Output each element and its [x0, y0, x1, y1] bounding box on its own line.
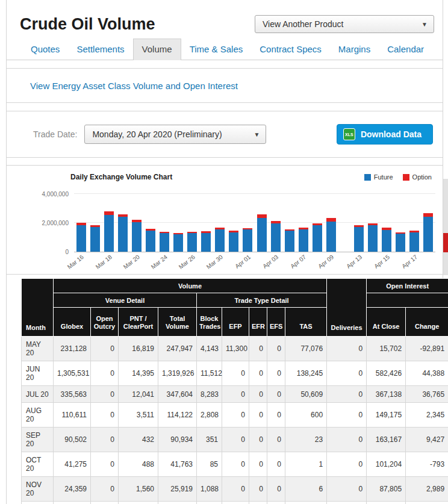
- volume-bar[interactable]: [215, 228, 225, 252]
- future-segment: [146, 231, 155, 252]
- legend-item-future: Future: [364, 173, 393, 181]
- trade-date-select[interactable]: Monday, 20 Apr 2020 (Preliminary) ▼: [84, 125, 266, 144]
- scrollbar-track[interactable]: [443, 179, 448, 275]
- table-row: JUL 20335,563012,041347,6048,28300050,60…: [22, 386, 448, 403]
- volume-bar[interactable]: [368, 223, 378, 252]
- value-cell: 0: [222, 452, 249, 477]
- future-segment: [160, 233, 169, 252]
- volume-bar[interactable]: [326, 218, 336, 252]
- value-cell: 23: [285, 428, 327, 452]
- chart-bar-slot: [310, 190, 324, 252]
- future-segment: [243, 229, 252, 252]
- page-header: Crude Oil Volume View Another Product ▼: [7, 0, 443, 37]
- block-trades-column-header: Block Trades: [197, 308, 222, 337]
- volume-bar[interactable]: [76, 223, 86, 252]
- volume-bar[interactable]: [104, 211, 114, 252]
- volume-bar[interactable]: [313, 223, 322, 252]
- value-cell: 0: [91, 403, 119, 428]
- value-cell: 14,395: [119, 361, 158, 386]
- value-cell: 8,283: [197, 386, 222, 403]
- value-cell: 1,305,531: [54, 361, 91, 386]
- value-cell: 2,345: [406, 403, 448, 428]
- tab-volume[interactable]: Volume: [133, 39, 181, 60]
- volume-bar[interactable]: [423, 213, 433, 252]
- chart-bar-slot: Apr 15: [380, 190, 394, 252]
- tab-settlements[interactable]: Settlements: [68, 39, 132, 60]
- volume-bar[interactable]: [90, 225, 100, 252]
- value-cell: 0: [327, 361, 367, 386]
- volume-chart-plot: 4,000,000 2,000,000 0 Mar 16Mar 18Mar 20…: [74, 190, 435, 252]
- product-select[interactable]: View Another Product ▼: [255, 15, 434, 33]
- y-axis-label: 2,000,000: [42, 220, 75, 226]
- trade-type-detail-group-header: Trade Type Detail: [197, 293, 327, 308]
- tab-margins[interactable]: Margins: [330, 39, 379, 60]
- volume-bar[interactable]: [271, 221, 281, 252]
- volume-group-header: Volume: [54, 279, 327, 293]
- volume-bar[interactable]: [354, 225, 364, 252]
- asset-class-panel: View Energy Asset Class Volume and Open …: [7, 68, 443, 103]
- volume-bar[interactable]: [229, 231, 238, 252]
- volume-bar[interactable]: [243, 228, 252, 252]
- future-segment: [215, 229, 225, 252]
- deliveries-column-header: Deliveries: [327, 279, 367, 337]
- option-segment: [423, 213, 433, 217]
- value-cell: 87,805: [367, 477, 406, 502]
- volume-bar[interactable]: [396, 232, 405, 252]
- value-cell: 0: [267, 361, 285, 386]
- asset-class-link[interactable]: View Energy Asset Class Volume and Open …: [30, 81, 238, 91]
- chart-gap: [338, 190, 352, 252]
- chart-legend: Future Option: [364, 173, 432, 181]
- page-container: Crude Oil Volume View Another Product ▼ …: [6, 0, 443, 504]
- value-cell: 2,351: [406, 502, 448, 504]
- xls-icon: XLS: [343, 128, 355, 140]
- x-tick-label: Mar 24: [149, 254, 168, 270]
- volume-bar[interactable]: [285, 229, 294, 252]
- volume-bar[interactable]: [132, 220, 142, 252]
- volume-bar[interactable]: [257, 214, 267, 252]
- table-row: MAY 20231,128016,819247,9474,14311,30000…: [22, 337, 448, 361]
- value-cell: 101,204: [367, 452, 406, 477]
- volume-bar[interactable]: [299, 228, 308, 252]
- legend-swatch: [364, 174, 371, 181]
- value-cell: 0: [91, 502, 119, 504]
- value-cell: 12,041: [119, 386, 158, 403]
- value-cell: 11,300: [222, 337, 249, 361]
- download-data-button[interactable]: XLS Download Data: [337, 124, 433, 145]
- value-cell: 110,611: [54, 403, 91, 428]
- chart-header: Daily Exchange Volume Chart Future Optio…: [7, 173, 443, 181]
- scrollbar-thumb[interactable]: [443, 233, 448, 252]
- value-cell: 0: [267, 452, 285, 477]
- x-tick-label: Mar 30: [205, 254, 224, 270]
- value-cell: 432: [119, 428, 158, 452]
- chart-bar-slot: [422, 190, 435, 252]
- value-cell: 0: [91, 361, 119, 386]
- future-segment: [132, 222, 142, 252]
- venue-detail-group-header: Venue Detail: [54, 293, 197, 308]
- x-tick-label: Mar 26: [178, 254, 196, 270]
- value-cell: 582,426: [367, 361, 406, 386]
- volume-bar[interactable]: [146, 229, 155, 252]
- value-cell: 15,702: [367, 337, 406, 361]
- open-outcry-column-header: Open Outcry: [91, 308, 119, 337]
- future-segment: [118, 217, 128, 252]
- volume-bar[interactable]: [382, 228, 391, 252]
- volume-bar[interactable]: [201, 231, 211, 252]
- tab-calendar[interactable]: Calendar: [379, 39, 432, 60]
- value-cell: 11,512: [197, 361, 222, 386]
- volume-bar[interactable]: [173, 233, 183, 252]
- future-segment: [396, 234, 405, 252]
- volume-bar[interactable]: [118, 214, 128, 252]
- volume-bar[interactable]: [160, 232, 169, 252]
- value-cell: 85: [197, 452, 222, 477]
- volume-bar[interactable]: [409, 231, 419, 252]
- chevron-down-icon: ▼: [254, 131, 260, 138]
- tab-quotes[interactable]: Quotes: [22, 39, 68, 60]
- volume-bar[interactable]: [187, 232, 197, 252]
- tab-contract-specs[interactable]: Contract Specs: [251, 39, 330, 60]
- legend-label: Option: [412, 173, 432, 181]
- chart-bar-slot: Mar 18: [102, 190, 116, 252]
- tab-time-sales[interactable]: Time & Sales: [181, 39, 252, 60]
- volume-table: Month Volume Deliveries Open Interest Ve…: [21, 278, 448, 504]
- future-segment: [271, 223, 281, 252]
- value-cell: 24,359: [54, 477, 91, 502]
